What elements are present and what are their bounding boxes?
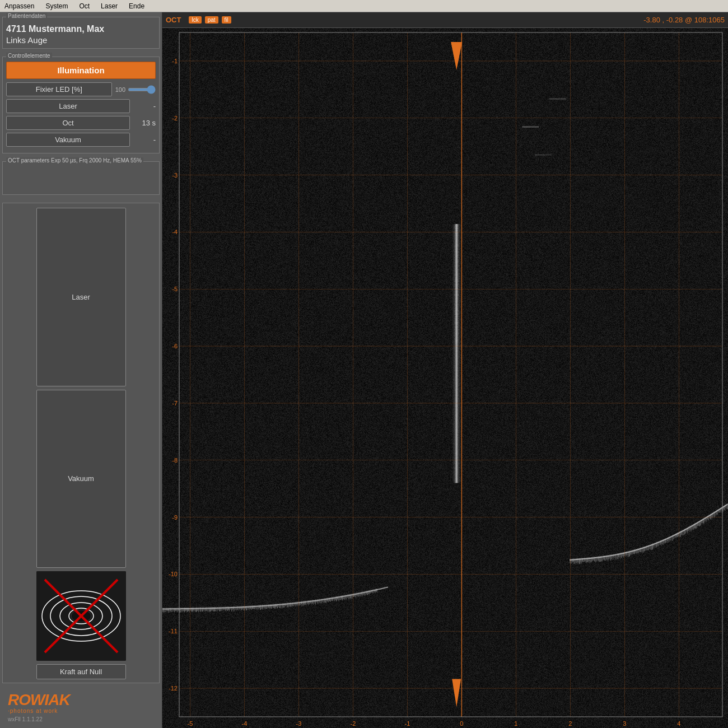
fixier-row: Fixier LED [%] 100 <box>6 82 156 96</box>
patient-eye: Links Auge <box>6 35 156 45</box>
target-svg <box>36 571 126 661</box>
logo-area: ROWIAK ·photons at work wxFll 1.1.1.22 <box>2 685 160 726</box>
oct-header: OCT lck pat fil -3.80 , -0.28 @ 108:1065 <box>162 12 728 28</box>
patient-id: 4711 Mustermann, Max <box>6 24 156 34</box>
menu-bar: Anpassen System Oct Laser Ende <box>0 0 728 12</box>
menu-system[interactable]: System <box>43 1 70 11</box>
oct-row: Oct 13 s <box>6 116 156 130</box>
oct-view-panel: OCT lck pat fil -3.80 , -0.28 @ 108:1065… <box>162 12 728 728</box>
menu-anpassen[interactable]: Anpassen <box>2 1 36 11</box>
oct-title: OCT <box>166 16 181 24</box>
laser-button-ctrl[interactable]: Laser <box>6 99 130 113</box>
controls-title: Controllelemente <box>6 53 52 59</box>
laser-lower-button[interactable]: Laser <box>36 208 126 386</box>
vakuum-button-ctrl[interactable]: Vakuum <box>6 133 130 147</box>
fixier-value: 100 <box>115 86 125 93</box>
oct-params-title: OCT parameters Exp 50 µs, Frq 2000 Hz, H… <box>6 157 143 164</box>
rowiak-sub: ·photons at work <box>8 708 156 714</box>
vakuum-value: - <box>133 136 156 144</box>
oct-coordinates: -3.80 , -0.28 @ 108:1065 <box>643 16 725 24</box>
vakuum-row: Vakuum - <box>6 133 156 147</box>
patient-panel-title: Patientendaten <box>6 13 47 19</box>
controls-panel: Controllelemente Illumination Fixier LED… <box>2 57 160 153</box>
illumination-button[interactable]: Illumination <box>6 62 156 79</box>
sidebar: Patientendaten 4711 Mustermann, Max Link… <box>0 12 162 728</box>
oct-badge-pat[interactable]: pat <box>205 16 218 24</box>
lower-panel: Laser Vakuum Kr <box>2 203 160 683</box>
patient-panel: Patientendaten 4711 Mustermann, Max Link… <box>2 17 160 49</box>
oct-params-panel: OCT parameters Exp 50 µs, Frq 2000 Hz, H… <box>2 161 160 195</box>
oct-value: 13 s <box>133 119 156 127</box>
fixier-led-button[interactable]: Fixier LED [%] <box>6 82 112 96</box>
laser-row: Laser - <box>6 99 156 113</box>
target-diagram <box>36 571 126 661</box>
oct-canvas[interactable] <box>162 28 728 728</box>
oct-badge-lck[interactable]: lck <box>189 16 201 24</box>
menu-laser[interactable]: Laser <box>99 1 120 11</box>
oct-button-ctrl[interactable]: Oct <box>6 116 130 130</box>
version-text: wxFll 1.1.1.22 <box>8 716 156 722</box>
menu-ende[interactable]: Ende <box>127 1 147 11</box>
laser-value: - <box>133 102 156 110</box>
fixier-slider[interactable] <box>128 88 156 91</box>
vakuum-lower-button[interactable]: Vakuum <box>36 390 126 568</box>
oct-canvas-area: -12-11-10-9-8-7-6-5-4-3-2-1-5-4-3-2-1012… <box>162 28 728 728</box>
menu-oct[interactable]: Oct <box>77 1 92 11</box>
rowiak-logo: ROWIAK <box>8 692 156 708</box>
fixier-slider-container: 100 <box>115 86 156 93</box>
kraft-auf-null-button[interactable]: Kraft auf Null <box>36 664 126 679</box>
main-layout: Patientendaten 4711 Mustermann, Max Link… <box>0 12 728 728</box>
oct-badge-fil[interactable]: fil <box>222 16 231 24</box>
